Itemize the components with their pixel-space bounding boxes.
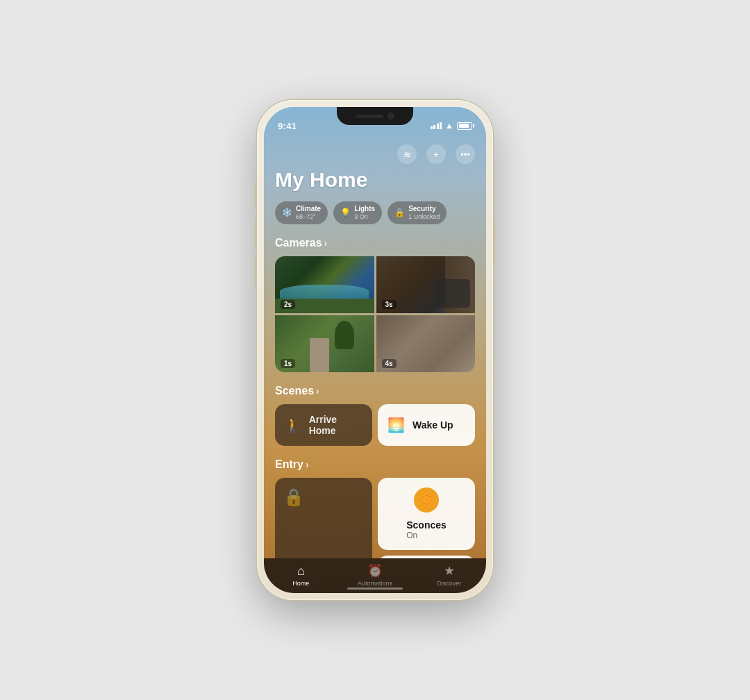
climate-chip[interactable]: ❄️ Climate 68–72° [275,201,328,224]
plus-icon: + [433,149,439,160]
camera-gym[interactable]: 3s [376,256,476,313]
climate-label: Climate [296,205,321,213]
automations-tab-icon: ⏰ [367,563,383,578]
scenes-section-header[interactable]: Scenes › [275,385,475,397]
sconces-card[interactable]: 🔆 Sconces On [378,478,475,550]
signal-icon [431,122,442,129]
tab-home[interactable]: ⌂ Home [264,564,338,587]
waveform-button[interactable]: ≋ [397,144,417,164]
wake-up-icon: 🌅 [386,417,406,433]
discover-tab-icon: ★ [444,563,455,578]
entry-right-col: 🔆 Sconces On ☀️ Overhead Off [378,478,475,558]
scenes-label: Scenes [275,385,314,397]
sconces-name: Sconces [406,519,447,531]
page-title: My Home [275,168,475,192]
climate-icon: ❄️ [282,208,292,217]
lights-chip[interactable]: 💡 Lights 3 On [333,201,382,224]
arrive-home-scene[interactable]: 🚶 Arrive Home [275,404,372,446]
climate-value: 68–72° [296,213,321,221]
automations-tab-label: Automations [358,580,392,587]
app-background: 9:41 ▲ [264,107,486,593]
cameras-chevron: › [324,238,328,249]
security-label: Security [408,205,440,213]
volume-down-button[interactable] [255,256,257,288]
discover-tab-label: Discover [437,580,461,587]
notch [337,107,413,125]
camera-garden-timer: 1s [281,359,295,368]
camera-pool[interactable]: 2s [275,256,374,313]
add-button[interactable]: + [426,144,446,164]
entry-section-header[interactable]: Entry › [275,458,475,471]
home-tab-icon: ⌂ [297,564,305,578]
entry-left-col: 🔒 Front Door [275,478,372,558]
entry-chevron: › [306,459,309,470]
more-button[interactable]: ••• [456,144,475,164]
camera-grid: 2s 3s 1s 4s [275,256,475,372]
entry-row: 🔒 Front Door 🔆 Sconces On [275,478,475,558]
scenes-chevron: › [316,385,319,397]
lights-value: 3 On [354,213,375,221]
main-content: ≋ + ••• My Home ❄️ Climat [264,138,486,558]
battery-icon [457,122,472,130]
status-icons: ▲ [431,121,472,131]
tab-automations[interactable]: ⏰ Automations [338,563,412,587]
waveform-icon: ≋ [403,149,411,160]
camera-living[interactable]: 4s [376,315,476,372]
wifi-icon: ▲ [445,121,453,131]
camera-garden[interactable]: 1s [275,315,374,372]
wake-up-label: Wake Up [412,419,453,431]
arrive-home-label: Arrive Home [309,414,364,436]
wake-up-scene[interactable]: 🌅 Wake Up [378,404,475,446]
lights-label: Lights [354,205,375,213]
sconces-icon: 🔆 [414,488,439,512]
camera-pool-timer: 2s [281,300,295,309]
status-chips-row: ❄️ Climate 68–72° 💡 Lights 3 On [275,201,475,224]
speaker [356,115,383,118]
volume-up-button[interactable] [255,218,257,249]
home-tab-label: Home [292,580,309,587]
home-indicator [347,588,403,590]
cameras-label: Cameras [275,237,322,249]
security-icon: 🔒 [394,208,405,217]
arrive-home-icon: 🚶 [283,417,302,433]
entry-label: Entry [275,458,303,471]
status-time: 9:41 [278,121,297,131]
sconces-status: On [406,531,447,540]
scenes-row: 🚶 Arrive Home 🌅 Wake Up [275,404,475,446]
security-value: 1 Unlocked [408,213,440,221]
cameras-section-header[interactable]: Cameras › [275,237,475,249]
top-actions-row: ≋ + ••• [275,144,475,164]
front-door-card[interactable]: 🔒 Front Door [275,478,372,558]
ellipsis-icon: ••• [460,149,470,160]
phone-screen: 9:41 ▲ [264,107,486,593]
camera-living-timer: 4s [382,359,397,368]
front-camera [388,112,394,119]
security-chip[interactable]: 🔒 Security 1 Unlocked [388,201,447,224]
power-button[interactable] [493,218,495,263]
tab-discover[interactable]: ★ Discover [412,563,486,587]
lights-icon: 💡 [340,208,351,217]
phone-device: 9:41 ▲ [257,100,493,600]
front-door-lock-icon: 🔒 [283,488,364,507]
camera-gym-timer: 3s [382,300,397,309]
